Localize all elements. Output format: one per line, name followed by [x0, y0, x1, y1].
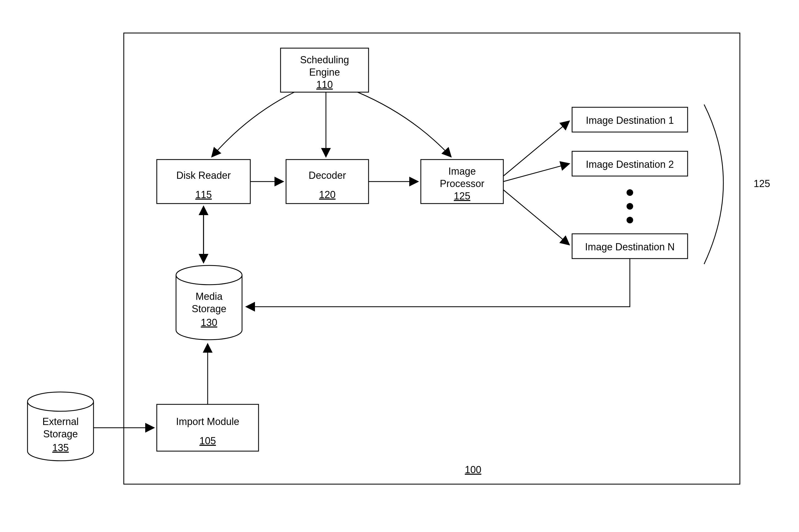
system-ref: 100 [465, 464, 481, 475]
ellipsis-dot-icon [627, 189, 633, 196]
image-processor-ref: 125 [454, 190, 470, 202]
media-storage-ref: 130 [201, 317, 217, 328]
image-destination-n-label: Image Destination N [585, 241, 675, 252]
import-module-block: Import Module 105 [157, 404, 259, 451]
import-module-label: Import Module [176, 416, 239, 427]
image-processor-label: Image [448, 166, 476, 177]
decoder-label: Decoder [309, 170, 346, 181]
image-destination-1-block: Image Destination 1 [572, 107, 688, 132]
ellipsis-dot-icon [627, 203, 633, 210]
import-module-ref: 105 [199, 435, 216, 446]
external-storage-label: External [42, 416, 79, 427]
disk-reader-label: Disk Reader [176, 170, 231, 181]
image-destination-n-block: Image Destination N [572, 234, 688, 259]
external-storage-cylinder: External Storage 135 [27, 392, 94, 461]
ellipsis-dot-icon [627, 217, 633, 223]
scheduling-engine-block: Scheduling Engine 110 [281, 48, 368, 92]
external-storage-ref: 135 [52, 442, 69, 453]
image-destination-2-label: Image Destination 2 [586, 159, 674, 170]
disk-reader-block: Disk Reader 115 [157, 159, 250, 204]
image-processor-block: Image Processor 125 [421, 159, 503, 204]
decoder-ref: 120 [319, 189, 336, 200]
image-destination-1-label: Image Destination 1 [586, 115, 674, 126]
disk-reader-ref: 115 [195, 189, 212, 200]
scheduling-engine-label2: Engine [309, 66, 340, 78]
image-processor-label2: Processor [440, 178, 484, 189]
media-storage-label: Media [195, 291, 223, 302]
media-storage-label2: Storage [192, 303, 226, 315]
scheduling-engine-label: Scheduling [300, 54, 349, 65]
image-destination-2-block: Image Destination 2 [572, 151, 688, 176]
diagram-canvas: 100 Scheduling Engine 110 Disk Reader 11… [0, 0, 799, 532]
media-storage-cylinder: Media Storage 130 [176, 265, 242, 340]
destination-group-ref: 125 [754, 178, 770, 189]
decoder-block: Decoder 120 [286, 159, 368, 204]
scheduling-engine-ref: 110 [316, 79, 333, 90]
external-storage-label2: Storage [43, 428, 78, 440]
